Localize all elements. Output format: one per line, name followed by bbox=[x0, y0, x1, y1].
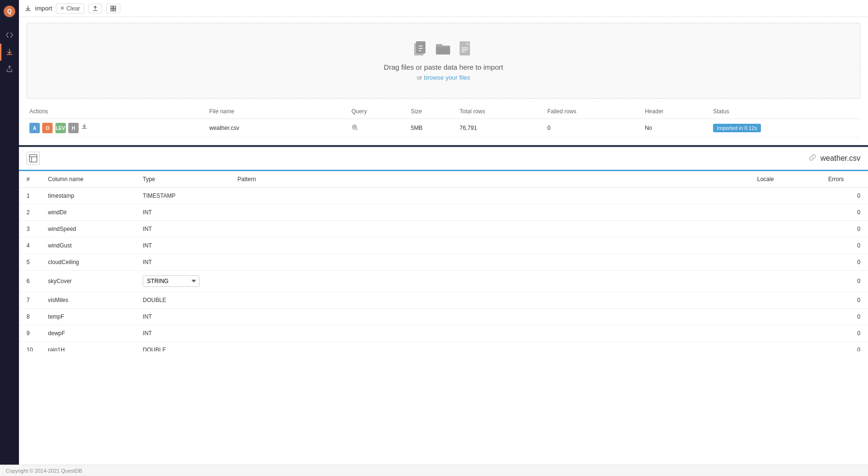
type-select[interactable]: STRING INT DOUBLE TIMESTAMP BOOLEAN SYMB… bbox=[143, 275, 199, 287]
sidebar-item-import[interactable] bbox=[0, 44, 19, 61]
table-row: 2 windDir INT 0 bbox=[19, 204, 868, 221]
table-row: 4 windGust INT 0 bbox=[19, 238, 868, 254]
preview-filename-area: weather.csv bbox=[808, 153, 860, 164]
col-number: 8 bbox=[19, 309, 40, 325]
col-th-pattern: Pattern bbox=[230, 171, 750, 188]
col-header-header: Header bbox=[642, 104, 710, 119]
col-errors: 0 bbox=[821, 342, 868, 352]
col-th-locale: Locale bbox=[750, 171, 821, 188]
content-area: Drag files or paste data here to import … bbox=[19, 17, 868, 476]
col-header-actions: Actions bbox=[27, 104, 207, 119]
col-name: windDir bbox=[40, 204, 135, 221]
action-btn-lev[interactable]: LEV bbox=[55, 123, 66, 133]
col-header-failed-rows: Failed rows bbox=[544, 104, 642, 119]
file-row: A O LEV H weather.csv 5MB bbox=[27, 119, 860, 137]
download-icon[interactable] bbox=[81, 124, 88, 131]
svg-rect-12 bbox=[29, 155, 37, 162]
col-pattern bbox=[230, 342, 750, 352]
sidebar: Q bbox=[0, 0, 19, 476]
topbar-title: import bbox=[35, 5, 52, 12]
type-cell: INT bbox=[135, 325, 230, 342]
main-content: import ✕ Clear bbox=[19, 0, 868, 476]
type-cell: INT bbox=[135, 238, 230, 254]
table-row: 7 visMiles DOUBLE 0 bbox=[19, 292, 868, 309]
sidebar-item-code[interactable] bbox=[0, 27, 19, 44]
table-row: 6 skyCover STRING INT DOUBLE TIMESTAMP B… bbox=[19, 271, 868, 292]
col-pattern bbox=[230, 221, 750, 238]
file-size: 5MB bbox=[408, 119, 457, 137]
sidebar-item-export[interactable] bbox=[0, 61, 19, 78]
col-number: 9 bbox=[19, 325, 40, 342]
svg-rect-7 bbox=[416, 41, 425, 54]
col-pattern bbox=[230, 204, 750, 221]
preview-filename: weather.csv bbox=[821, 154, 860, 163]
col-locale bbox=[750, 204, 821, 221]
columns-table: # Column name Type Pattern Locale Errors… bbox=[19, 171, 868, 351]
file-failed-rows: 0 bbox=[544, 119, 642, 137]
col-number: 5 bbox=[19, 254, 40, 271]
svg-line-11 bbox=[356, 128, 357, 130]
col-th-type: Type bbox=[135, 171, 230, 188]
file-actions: A O LEV H bbox=[27, 119, 207, 137]
browse-files-link[interactable]: browse your files bbox=[424, 74, 470, 81]
col-number: 7 bbox=[19, 292, 40, 309]
col-header-size: Size bbox=[408, 104, 457, 119]
files-table: Actions File name Query Size Total rows … bbox=[27, 104, 860, 137]
dropzone-main-text: Drag files or paste data here to import bbox=[384, 63, 503, 71]
action-btn-o[interactable]: O bbox=[42, 123, 53, 133]
col-errors: 0 bbox=[821, 271, 868, 292]
col-errors: 0 bbox=[821, 292, 868, 309]
clear-button[interactable]: ✕ Clear bbox=[56, 3, 84, 14]
svg-rect-2 bbox=[111, 6, 113, 8]
col-errors: 0 bbox=[821, 188, 868, 204]
dropzone-sub-area: or browse your files bbox=[417, 74, 470, 81]
type-cell: DOUBLE bbox=[135, 292, 230, 309]
col-name: rain1H bbox=[40, 342, 135, 352]
col-locale bbox=[750, 238, 821, 254]
type-cell: INT bbox=[135, 309, 230, 325]
files-section: Actions File name Query Size Total rows … bbox=[19, 104, 868, 143]
type-cell: INT bbox=[135, 254, 230, 271]
col-errors: 0 bbox=[821, 204, 868, 221]
action-btn-a[interactable]: A bbox=[29, 123, 40, 133]
col-number: 2 bbox=[19, 204, 40, 221]
col-locale bbox=[750, 325, 821, 342]
col-th-num: # bbox=[19, 171, 40, 188]
col-locale bbox=[750, 271, 821, 292]
dropzone-icons bbox=[412, 40, 475, 57]
columns-scroll-area[interactable]: # Column name Type Pattern Locale Errors… bbox=[19, 171, 868, 351]
col-header-filename: File name bbox=[207, 104, 349, 119]
col-name: windSpeed bbox=[40, 221, 135, 238]
table-row: 8 tempF INT 0 bbox=[19, 309, 868, 325]
col-name: visMiles bbox=[40, 292, 135, 309]
svg-text:Q: Q bbox=[7, 8, 12, 15]
svg-rect-5 bbox=[114, 9, 116, 10]
grid-button[interactable] bbox=[106, 4, 120, 13]
col-pattern bbox=[230, 292, 750, 309]
footer: Copyright © 2014-2021 QuestDB bbox=[0, 465, 868, 476]
col-pattern bbox=[230, 188, 750, 204]
svg-rect-8 bbox=[460, 41, 470, 55]
col-number: 10 bbox=[19, 342, 40, 352]
col-pattern bbox=[230, 254, 750, 271]
status-badge: Imported in 0.12s bbox=[713, 124, 761, 132]
col-locale bbox=[750, 292, 821, 309]
col-errors: 0 bbox=[821, 325, 868, 342]
col-errors: 0 bbox=[821, 254, 868, 271]
type-cell: TIMESTAMP bbox=[135, 188, 230, 204]
col-th-errors: Errors bbox=[821, 171, 868, 188]
file-header: No bbox=[642, 119, 710, 137]
dropzone[interactable]: Drag files or paste data here to import … bbox=[27, 23, 860, 99]
action-btn-h[interactable]: H bbox=[68, 123, 79, 133]
file-query[interactable] bbox=[349, 119, 408, 137]
type-cell[interactable]: STRING INT DOUBLE TIMESTAMP BOOLEAN SYMB… bbox=[135, 271, 230, 292]
upload-button[interactable] bbox=[88, 4, 102, 13]
topbar-import-icon bbox=[25, 5, 31, 12]
col-number: 6 bbox=[19, 271, 40, 292]
col-locale bbox=[750, 309, 821, 325]
col-locale bbox=[750, 254, 821, 271]
logo[interactable]: Q bbox=[2, 4, 17, 19]
col-number: 3 bbox=[19, 221, 40, 238]
col-header-status: Status bbox=[710, 104, 860, 119]
close-icon: ✕ bbox=[60, 5, 64, 11]
